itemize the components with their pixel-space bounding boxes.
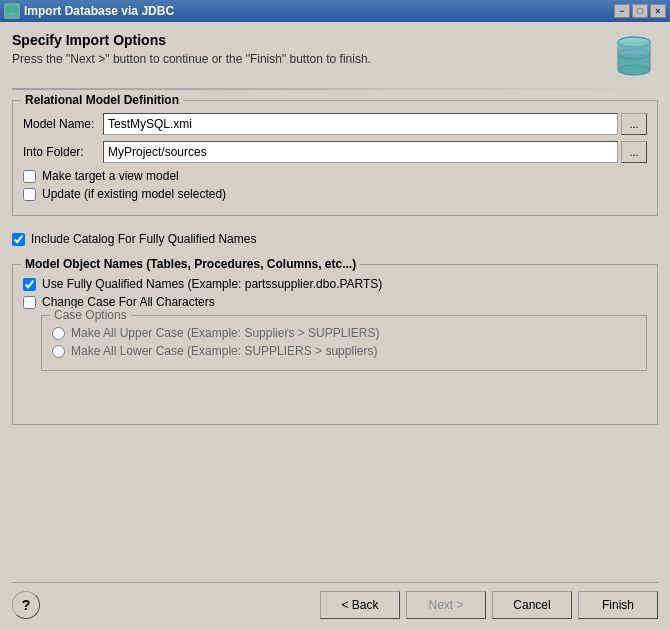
- database-large-icon: [610, 32, 658, 80]
- relational-model-title: Relational Model Definition: [21, 93, 183, 107]
- svg-rect-11: [618, 54, 650, 70]
- maximize-button[interactable]: □: [632, 4, 648, 18]
- include-catalog-section: Include Catalog For Fully Qualified Name…: [12, 226, 658, 256]
- header-separator: [12, 88, 658, 90]
- make-upper-label: Make All Upper Case (Example: Suppliers …: [71, 326, 379, 340]
- help-button[interactable]: ?: [12, 591, 40, 619]
- dialog-body: Specify Import Options Press the "Next >…: [0, 22, 670, 629]
- change-case-checkbox[interactable]: [23, 296, 36, 309]
- update-existing-row: Update (if existing model selected): [23, 187, 647, 201]
- into-folder-row: Into Folder: ...: [23, 141, 647, 163]
- minimize-button[interactable]: −: [614, 4, 630, 18]
- update-existing-checkbox[interactable]: [23, 188, 36, 201]
- use-fully-qualified-label: Use Fully Qualified Names (Example: part…: [42, 277, 382, 291]
- make-target-view-checkbox[interactable]: [23, 170, 36, 183]
- button-bar: ? < Back Next > Cancel Finish: [12, 582, 658, 619]
- back-button[interactable]: < Back: [320, 591, 400, 619]
- model-object-title: Model Object Names (Tables, Procedures, …: [21, 257, 360, 271]
- case-options-title: Case Options: [50, 308, 131, 322]
- make-target-view-label: Make target a view model: [42, 169, 179, 183]
- cancel-button[interactable]: Cancel: [492, 591, 572, 619]
- next-button[interactable]: Next >: [406, 591, 486, 619]
- close-button[interactable]: ×: [650, 4, 666, 18]
- into-folder-input[interactable]: [103, 141, 618, 163]
- change-case-label: Change Case For All Characters: [42, 295, 215, 309]
- svg-rect-10: [618, 42, 650, 54]
- title-bar-title: Import Database via JDBC: [24, 4, 174, 18]
- header-section: Specify Import Options Press the "Next >…: [12, 32, 658, 80]
- model-name-label: Model Name:: [23, 117, 103, 131]
- page-title: Specify Import Options: [12, 32, 600, 48]
- title-bar: Import Database via JDBC − □ ×: [0, 0, 670, 22]
- model-name-browse-button[interactable]: ...: [621, 113, 647, 135]
- include-catalog-row: Include Catalog For Fully Qualified Name…: [12, 232, 658, 246]
- make-lower-row: Make All Lower Case (Example: SUPPLIERS …: [52, 344, 636, 358]
- model-name-row: Model Name: ...: [23, 113, 647, 135]
- into-folder-label: Into Folder:: [23, 145, 103, 159]
- page-description: Press the "Next >" button to continue or…: [12, 52, 600, 66]
- button-bar-left: ?: [12, 591, 40, 619]
- use-fully-qualified-checkbox[interactable]: [23, 278, 36, 291]
- include-catalog-checkbox[interactable]: [12, 233, 25, 246]
- svg-point-2: [7, 12, 17, 16]
- case-options-group: Case Options Make All Upper Case (Exampl…: [41, 315, 647, 371]
- make-upper-radio[interactable]: [52, 327, 65, 340]
- model-name-input[interactable]: [103, 113, 618, 135]
- spacer: [12, 435, 658, 578]
- title-bar-icon: [4, 3, 20, 19]
- update-existing-label: Update (if existing model selected): [42, 187, 226, 201]
- finish-button[interactable]: Finish: [578, 591, 658, 619]
- make-lower-label: Make All Lower Case (Example: SUPPLIERS …: [71, 344, 377, 358]
- button-bar-right: < Back Next > Cancel Finish: [320, 591, 658, 619]
- change-case-row: Change Case For All Characters: [23, 295, 647, 309]
- make-target-view-row: Make target a view model: [23, 169, 647, 183]
- make-lower-radio[interactable]: [52, 345, 65, 358]
- title-bar-buttons: − □ ×: [614, 4, 666, 18]
- make-upper-row: Make All Upper Case (Example: Suppliers …: [52, 326, 636, 340]
- header-text: Specify Import Options Press the "Next >…: [12, 32, 600, 66]
- into-folder-browse-button[interactable]: ...: [621, 141, 647, 163]
- model-object-group: Model Object Names (Tables, Procedures, …: [12, 264, 658, 425]
- use-fully-qualified-row: Use Fully Qualified Names (Example: part…: [23, 277, 647, 291]
- relational-model-group: Relational Model Definition Model Name: …: [12, 100, 658, 216]
- include-catalog-label: Include Catalog For Fully Qualified Name…: [31, 232, 256, 246]
